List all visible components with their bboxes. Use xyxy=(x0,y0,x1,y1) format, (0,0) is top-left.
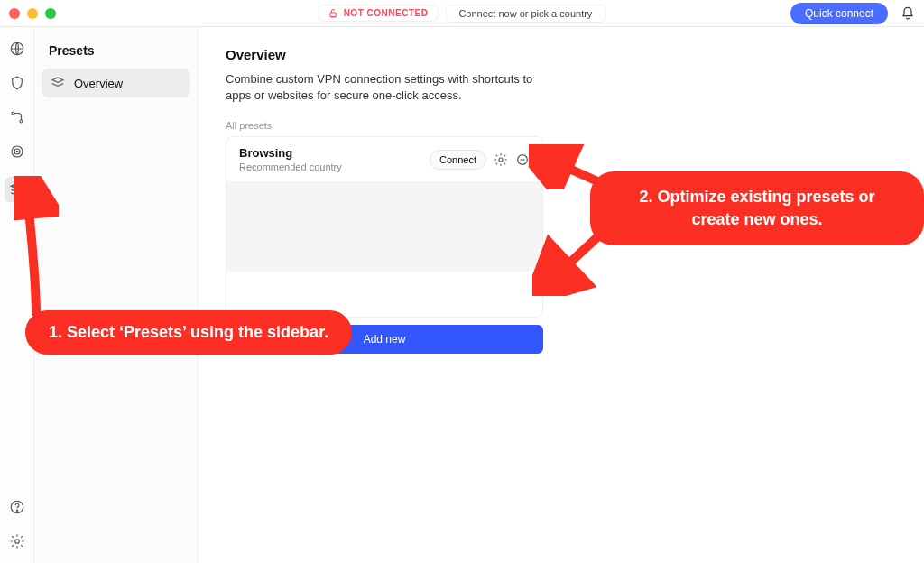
preset-text: Browsing Recommended country xyxy=(239,146,422,172)
sidebar-item-routing[interactable] xyxy=(8,108,26,126)
quick-connect-button[interactable]: Quick connect xyxy=(790,3,888,24)
layers-icon xyxy=(51,76,65,90)
sidebar-item-settings[interactable] xyxy=(8,532,26,550)
page-description: Combine custom VPN connection settings w… xyxy=(226,71,550,104)
presets-empty-area xyxy=(226,181,542,272)
svg-rect-0 xyxy=(330,13,336,17)
titlebar-center: NOT CONNECTED Connect now or pick a coun… xyxy=(319,5,606,23)
notifications-icon[interactable] xyxy=(901,6,915,21)
sidebar-item-shield[interactable] xyxy=(8,74,26,92)
svg-point-8 xyxy=(16,510,17,511)
svg-point-9 xyxy=(14,540,19,544)
annotation-step-2: 2. Optimize existing presets or create n… xyxy=(590,171,924,245)
preset-name: Browsing xyxy=(239,146,422,160)
connect-hint-pill[interactable]: Connect now or pick a country xyxy=(445,5,605,23)
gear-icon[interactable] xyxy=(494,152,508,167)
unlock-icon xyxy=(328,8,338,18)
preset-connect-button[interactable]: Connect xyxy=(430,150,486,170)
minimize-window-button[interactable] xyxy=(27,8,38,19)
maximize-window-button[interactable] xyxy=(45,8,56,19)
window-titlebar: NOT CONNECTED Connect now or pick a coun… xyxy=(0,0,924,27)
svg-point-6 xyxy=(16,151,18,152)
presets-card: Browsing Recommended country Connect xyxy=(226,136,543,318)
connection-status-text: NOT CONNECTED xyxy=(344,8,429,18)
annotation-arrow-1 xyxy=(14,176,59,320)
svg-point-10 xyxy=(499,158,503,162)
all-presets-label: All presets xyxy=(226,120,897,131)
subnav-item-overview[interactable]: Overview xyxy=(42,69,190,97)
close-window-button[interactable] xyxy=(9,8,20,19)
sidebar-item-target[interactable] xyxy=(8,143,26,161)
window-traffic-lights xyxy=(9,8,56,19)
subnav-title: Presets xyxy=(42,34,190,69)
page-heading: Overview xyxy=(226,47,897,62)
connect-hint-text: Connect now or pick a country xyxy=(458,8,592,19)
svg-point-2 xyxy=(12,112,14,115)
sidebar-item-help[interactable] xyxy=(8,498,26,516)
preset-row-browsing[interactable]: Browsing Recommended country Connect xyxy=(226,137,542,181)
remove-icon[interactable] xyxy=(515,152,530,167)
connection-status-pill[interactable]: NOT CONNECTED xyxy=(319,5,439,22)
subnav-item-label: Overview xyxy=(74,77,123,90)
titlebar-right: Quick connect xyxy=(790,3,915,24)
presets-subnav: Presets Overview xyxy=(34,27,199,563)
svg-point-3 xyxy=(20,120,23,123)
preset-subtitle: Recommended country xyxy=(239,162,422,172)
annotation-step-1: 1. Select ‘Presets’ using the sidebar. xyxy=(25,310,352,355)
sidebar-item-globe[interactable] xyxy=(8,40,26,58)
